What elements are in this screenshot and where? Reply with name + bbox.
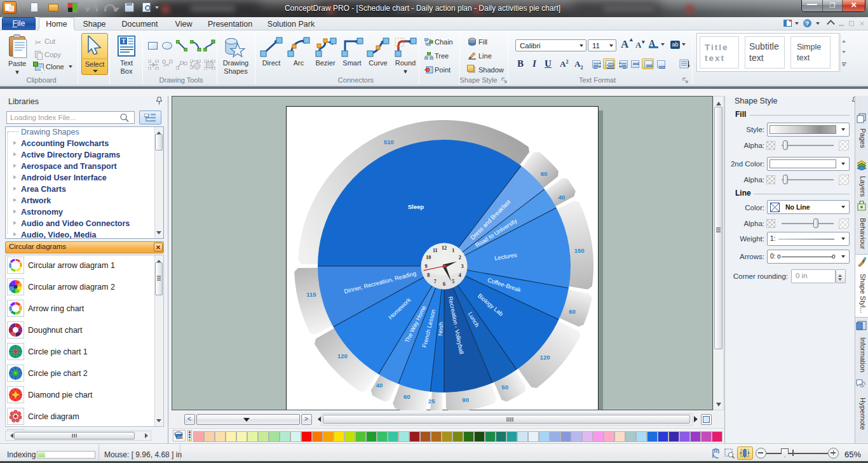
svg-text:6: 6	[443, 281, 445, 287]
svg-text:4: 4	[459, 272, 461, 278]
svg-text:1: 1	[452, 248, 454, 253]
svg-text:2: 2	[459, 255, 461, 260]
svg-text:5: 5	[452, 279, 454, 285]
svg-text:8: 8	[427, 272, 430, 278]
svg-text:150: 150	[574, 247, 585, 254]
svg-text:9: 9	[425, 264, 428, 269]
svg-text:40: 40	[558, 194, 565, 201]
svg-text:60: 60	[541, 170, 548, 177]
svg-text:120: 120	[337, 352, 348, 359]
svg-text:7: 7	[434, 279, 437, 285]
svg-text:3: 3	[461, 264, 464, 269]
svg-text:60: 60	[403, 393, 410, 400]
svg-text:50: 50	[501, 384, 508, 391]
svg-text:115: 115	[306, 291, 316, 298]
svg-text:Sleep: Sleep	[408, 203, 424, 210]
svg-text:510: 510	[384, 138, 394, 145]
svg-text:25: 25	[428, 398, 435, 405]
svg-text:11: 11	[433, 248, 438, 253]
svg-text:120: 120	[540, 354, 550, 361]
svg-text:90: 90	[462, 396, 469, 403]
svg-text:40: 40	[376, 382, 383, 389]
svg-text:Nosh: Nosh	[437, 322, 444, 336]
svg-text:12: 12	[442, 245, 447, 251]
svg-text:60: 60	[569, 308, 576, 315]
svg-text:10: 10	[426, 255, 431, 260]
